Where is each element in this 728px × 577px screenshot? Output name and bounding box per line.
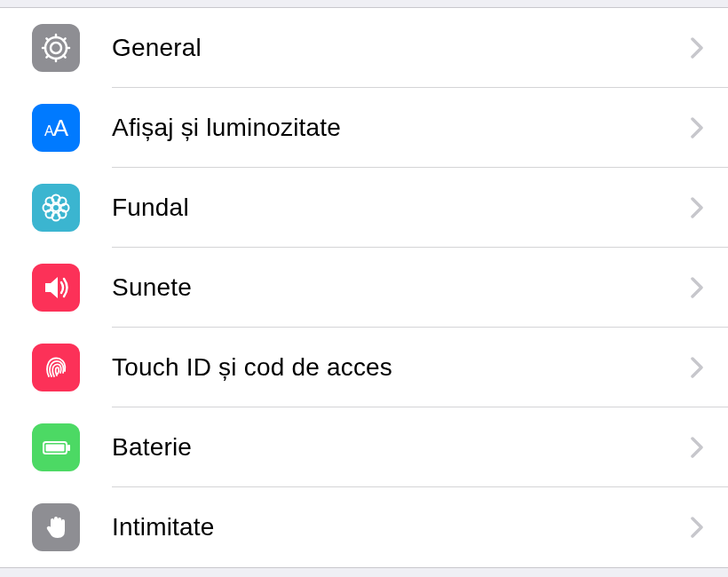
speaker-icon [32,264,80,312]
chevron-right-icon [691,437,703,458]
settings-item-sounds[interactable]: Sunete [0,248,728,328]
gear-icon [32,24,80,72]
svg-rect-12 [46,445,65,452]
settings-item-label: Afișaj și luminozitate [112,114,691,142]
settings-item-privacy[interactable]: Intimitate [0,487,728,567]
settings-item-general[interactable]: General [0,8,728,88]
chevron-right-icon [691,117,703,138]
settings-item-battery[interactable]: Baterie [0,407,728,487]
chevron-right-icon [691,357,703,378]
settings-item-display[interactable]: AA Afișaj și luminozitate [0,88,728,168]
flower-icon [32,184,80,232]
svg-rect-13 [67,445,70,451]
chevron-right-icon [691,197,703,218]
svg-point-1 [45,37,67,59]
chevron-right-icon [691,277,703,298]
settings-item-label: Touch ID și cod de acces [112,353,691,382]
chevron-right-icon [691,517,703,538]
settings-item-label: General [112,34,691,62]
settings-item-touchid[interactable]: Touch ID și cod de acces [0,328,728,407]
fingerprint-icon [32,344,80,391]
text-size-icon: AA [32,104,80,152]
settings-item-label: Fundal [112,194,691,222]
chevron-right-icon [691,37,703,59]
hand-icon [32,503,80,551]
settings-item-label: Baterie [112,433,691,462]
svg-point-0 [51,43,61,53]
svg-point-2 [52,204,59,211]
settings-list: General AA Afișaj și luminozitate Fundal… [0,7,728,568]
battery-icon [32,423,80,471]
settings-item-label: Intimitate [112,513,691,541]
settings-item-wallpaper[interactable]: Fundal [0,168,728,248]
settings-item-label: Sunete [112,273,691,302]
